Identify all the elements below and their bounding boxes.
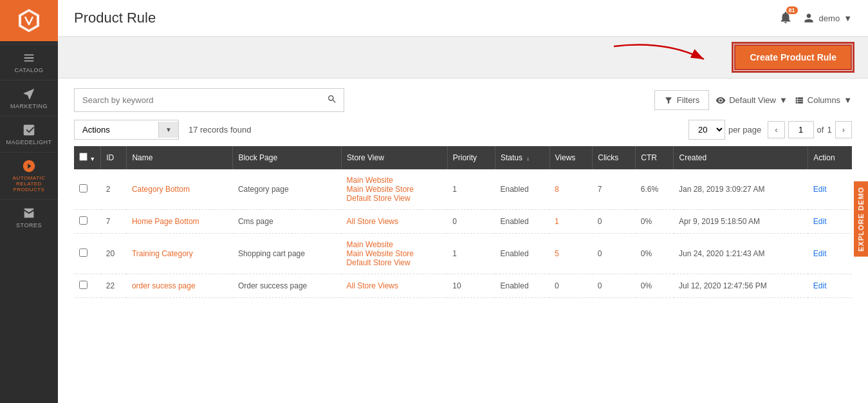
th-store-view: Store View xyxy=(342,146,448,169)
edit-link[interactable]: Edit xyxy=(813,281,827,290)
cell-block-page: Category page xyxy=(233,169,342,210)
cell-ctr: 0% xyxy=(636,274,674,298)
prev-page-button[interactable]: ‹ xyxy=(768,121,784,138)
cell-block-page: Shopping cart page xyxy=(233,234,342,274)
filter-controls: Filters Default View ▼ Columns ▼ xyxy=(654,90,852,110)
cell-block-page: Cms page xyxy=(233,210,342,234)
cell-created: Jul 12, 2020 12:47:56 PM xyxy=(674,274,808,298)
row-checkbox[interactable] xyxy=(79,184,88,192)
cell-created: Apr 9, 2019 5:18:50 AM xyxy=(674,210,808,234)
th-name: Name xyxy=(127,146,233,169)
table-header-row: ▼ ID Name Block Page Store View Priority… xyxy=(74,146,852,169)
page-total: 1 xyxy=(827,125,831,135)
product-rule-table: ▼ ID Name Block Page Store View Priority… xyxy=(74,146,852,298)
cell-priority: 0 xyxy=(447,210,495,234)
toolbar-bar: Create Product Rule xyxy=(58,37,868,79)
actions-dropdown[interactable]: Actions ▼ xyxy=(74,120,179,140)
cell-clicks: 0 xyxy=(593,274,636,298)
row-checkbox[interactable] xyxy=(79,281,88,289)
per-page-label: per page xyxy=(728,125,761,135)
th-priority: Priority xyxy=(447,146,495,169)
cell-views: 8 xyxy=(549,169,593,210)
search-box xyxy=(74,88,344,112)
search-input[interactable] xyxy=(75,90,320,110)
cell-name[interactable]: order sucess page xyxy=(127,274,233,298)
notification-bell[interactable]: 81 xyxy=(779,10,793,26)
cell-store-view[interactable]: All Store Views xyxy=(342,274,448,298)
table-row: 20Training CategoryShopping cart pageMai… xyxy=(74,234,852,274)
select-all-checkbox[interactable] xyxy=(79,153,88,161)
cell-status: Enabled xyxy=(495,274,550,298)
sidebar-item-magedelight[interactable]: MAGEDELIGHT xyxy=(0,116,58,152)
next-page-button[interactable]: › xyxy=(835,121,852,138)
cell-store-view[interactable]: Main WebsiteMain Website StoreDefault St… xyxy=(342,234,448,274)
actions-right: 20 per page ‹ of 1 › xyxy=(688,120,852,140)
edit-link[interactable]: Edit xyxy=(813,217,827,226)
cell-priority: 1 xyxy=(447,169,495,210)
cell-status: Enabled xyxy=(495,234,550,274)
th-clicks: Clicks xyxy=(593,146,636,169)
search-button[interactable] xyxy=(320,89,344,111)
cell-ctr: 0% xyxy=(636,210,674,234)
default-view-button[interactable]: Default View ▼ xyxy=(716,95,788,106)
th-ctr: CTR xyxy=(636,146,674,169)
cell-store-view[interactable]: Main WebsiteMain Website StoreDefault St… xyxy=(342,169,448,210)
arrow-annotation xyxy=(601,37,717,82)
explore-demo-tab[interactable]: EXPLORE DEMO xyxy=(854,182,868,257)
cell-views: 5 xyxy=(549,234,593,274)
main-content: Product Rule 81 demo ▼ Create Product Ru… xyxy=(58,0,868,403)
cell-store-view[interactable]: All Store Views xyxy=(342,210,448,234)
actions-dropdown-arrow[interactable]: ▼ xyxy=(158,122,178,138)
th-views: Views xyxy=(549,146,593,169)
cell-block-page: Order success page xyxy=(233,274,342,298)
row-checkbox[interactable] xyxy=(79,216,88,225)
edit-link[interactable]: Edit xyxy=(813,249,827,258)
cell-priority: 10 xyxy=(447,274,495,298)
cell-priority: 1 xyxy=(447,234,495,274)
th-block-page: Block Page xyxy=(233,146,342,169)
columns-chevron: ▼ xyxy=(844,95,852,105)
filters-button[interactable]: Filters xyxy=(654,90,709,110)
cell-views: 1 xyxy=(549,210,593,234)
cell-id: 22 xyxy=(101,274,127,298)
view-chevron: ▼ xyxy=(779,95,788,105)
cell-views: 0 xyxy=(549,274,593,298)
sidebar-item-stores[interactable]: STORES xyxy=(0,199,58,235)
cell-name[interactable]: Home Page Bottom xyxy=(127,210,233,234)
th-created: Created xyxy=(674,146,808,169)
page-title: Product Rule xyxy=(74,10,156,26)
create-product-rule-button[interactable]: Create Product Rule xyxy=(734,44,852,70)
table-row: 2Category BottomCategory pageMain Websit… xyxy=(74,169,852,210)
cell-clicks: 7 xyxy=(593,169,636,210)
page-number-input[interactable] xyxy=(788,121,814,138)
cell-ctr: 0% xyxy=(636,234,674,274)
search-filter-row: Filters Default View ▼ Columns ▼ xyxy=(74,88,852,112)
actions-select[interactable]: Actions xyxy=(75,120,158,139)
cell-created: Jun 24, 2020 1:21:43 AM xyxy=(674,234,808,274)
cell-name[interactable]: Category Bottom xyxy=(127,169,233,210)
sidebar-item-catalog[interactable]: CATALOG xyxy=(0,44,58,80)
cell-name[interactable]: Training Category xyxy=(127,234,233,274)
sidebar-item-automatic-related[interactable]: AUTOMATIC RELATED PRODUCTS xyxy=(0,152,58,199)
logo[interactable] xyxy=(0,0,58,41)
columns-button[interactable]: Columns ▼ xyxy=(794,95,852,106)
th-id: ID xyxy=(101,146,127,169)
th-checkbox: ▼ xyxy=(74,146,101,169)
per-page-dropdown[interactable]: 20 xyxy=(688,120,725,140)
per-page-select: 20 per page xyxy=(688,120,761,140)
cell-id: 2 xyxy=(101,169,127,210)
cell-status: Enabled xyxy=(495,169,550,210)
sidebar-item-marketing[interactable]: MARKETING xyxy=(0,80,58,116)
row-checkbox[interactable] xyxy=(79,248,88,257)
user-name: demo xyxy=(819,14,840,23)
records-count: 17 records found xyxy=(189,125,252,135)
cell-id: 20 xyxy=(101,234,127,274)
edit-link[interactable]: Edit xyxy=(813,185,827,194)
table-row: 22order sucess pageOrder success pageAll… xyxy=(74,274,852,298)
user-menu[interactable]: demo ▼ xyxy=(802,12,852,24)
content-area: Filters Default View ▼ Columns ▼ xyxy=(58,79,868,403)
cell-status: Enabled xyxy=(495,210,550,234)
page-of: of xyxy=(817,125,824,135)
cell-created: Jan 28, 2019 3:09:27 AM xyxy=(674,169,808,210)
pagination: ‹ of 1 › xyxy=(768,121,852,138)
